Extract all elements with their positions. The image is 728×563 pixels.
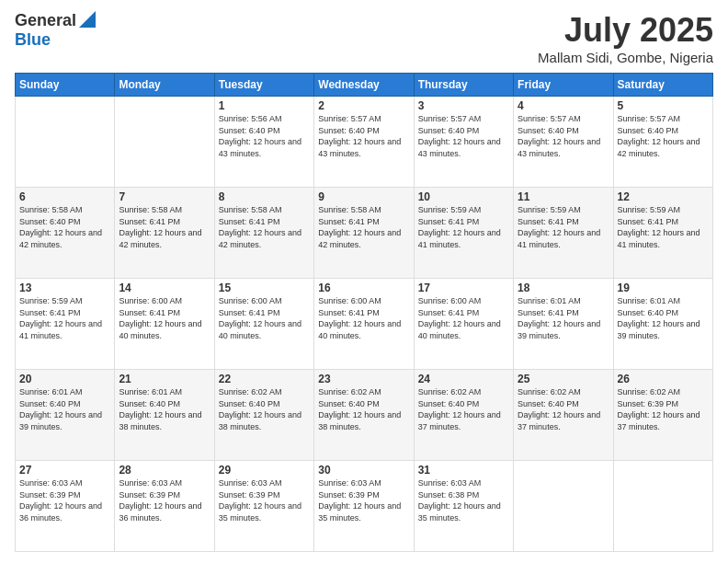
day-info: Sunrise: 5:57 AM Sunset: 6:40 PM Dayligh… <box>418 113 509 159</box>
day-number: 6 <box>19 190 110 203</box>
day-info: Sunrise: 6:03 AM Sunset: 6:38 PM Dayligh… <box>418 477 509 523</box>
calendar-week-row: 1Sunrise: 5:56 AM Sunset: 6:40 PM Daylig… <box>16 97 713 188</box>
day-info: Sunrise: 6:03 AM Sunset: 6:39 PM Dayligh… <box>318 477 409 523</box>
calendar-week-row: 20Sunrise: 6:01 AM Sunset: 6:40 PM Dayli… <box>16 370 713 461</box>
calendar-day-cell: 12Sunrise: 5:59 AM Sunset: 6:41 PM Dayli… <box>613 188 712 279</box>
day-number: 13 <box>19 282 110 294</box>
calendar-day-cell: 15Sunrise: 6:00 AM Sunset: 6:41 PM Dayli… <box>214 279 313 370</box>
calendar-day-cell: 4Sunrise: 5:57 AM Sunset: 6:40 PM Daylig… <box>514 97 613 188</box>
calendar-day-cell <box>613 461 712 552</box>
day-info: Sunrise: 5:57 AM Sunset: 6:40 PM Dayligh… <box>618 113 709 159</box>
day-number: 2 <box>318 99 409 112</box>
calendar-day-cell: 27Sunrise: 6:03 AM Sunset: 6:39 PM Dayli… <box>16 461 115 552</box>
calendar-day-cell: 31Sunrise: 6:03 AM Sunset: 6:38 PM Dayli… <box>414 461 513 552</box>
calendar-day-cell: 8Sunrise: 5:58 AM Sunset: 6:41 PM Daylig… <box>214 188 313 279</box>
day-number: 15 <box>219 282 310 294</box>
calendar-day-cell: 29Sunrise: 6:03 AM Sunset: 6:39 PM Dayli… <box>214 461 313 552</box>
day-info: Sunrise: 5:59 AM Sunset: 6:41 PM Dayligh… <box>418 204 509 250</box>
calendar-day-cell: 25Sunrise: 6:02 AM Sunset: 6:40 PM Dayli… <box>514 370 613 461</box>
day-number: 12 <box>618 190 709 203</box>
day-number: 11 <box>518 190 609 203</box>
day-info: Sunrise: 6:01 AM Sunset: 6:40 PM Dayligh… <box>19 386 110 432</box>
day-number: 10 <box>418 190 509 203</box>
day-info: Sunrise: 5:58 AM Sunset: 6:41 PM Dayligh… <box>219 204 310 250</box>
day-number: 29 <box>219 464 310 477</box>
calendar-day-cell: 24Sunrise: 6:02 AM Sunset: 6:40 PM Dayli… <box>414 370 513 461</box>
day-info: Sunrise: 6:02 AM Sunset: 6:40 PM Dayligh… <box>318 386 409 432</box>
day-number: 1 <box>219 99 310 112</box>
calendar-week-row: 6Sunrise: 5:58 AM Sunset: 6:40 PM Daylig… <box>16 188 713 279</box>
day-number: 26 <box>618 373 709 385</box>
calendar-day-cell <box>16 97 115 188</box>
day-info: Sunrise: 5:58 AM Sunset: 6:40 PM Dayligh… <box>19 204 110 250</box>
day-number: 8 <box>219 190 310 203</box>
calendar-day-cell: 21Sunrise: 6:01 AM Sunset: 6:40 PM Dayli… <box>115 370 214 461</box>
day-number: 24 <box>418 373 509 385</box>
calendar-day-header: Monday <box>115 74 214 97</box>
calendar-day-header: Saturday <box>613 74 712 97</box>
page: General Blue July 2025 Mallam Sidi, Gomb… <box>0 0 728 563</box>
calendar-day-cell: 23Sunrise: 6:02 AM Sunset: 6:40 PM Dayli… <box>314 370 414 461</box>
calendar-day-cell: 11Sunrise: 5:59 AM Sunset: 6:41 PM Dayli… <box>514 188 613 279</box>
calendar-table: SundayMondayTuesdayWednesdayThursdayFrid… <box>15 73 713 552</box>
calendar-day-cell: 20Sunrise: 6:01 AM Sunset: 6:40 PM Dayli… <box>16 370 115 461</box>
calendar-day-cell: 19Sunrise: 6:01 AM Sunset: 6:40 PM Dayli… <box>613 279 712 370</box>
calendar-day-header: Thursday <box>414 74 513 97</box>
calendar-day-cell: 30Sunrise: 6:03 AM Sunset: 6:39 PM Dayli… <box>314 461 414 552</box>
day-number: 3 <box>418 99 509 112</box>
day-number: 20 <box>19 373 110 385</box>
day-info: Sunrise: 6:00 AM Sunset: 6:41 PM Dayligh… <box>219 295 310 341</box>
day-number: 30 <box>318 464 409 477</box>
title-block: July 2025 Mallam Sidi, Gombe, Nigeria <box>538 11 713 65</box>
day-number: 4 <box>518 99 609 112</box>
calendar-day-cell: 18Sunrise: 6:01 AM Sunset: 6:41 PM Dayli… <box>514 279 613 370</box>
day-info: Sunrise: 6:01 AM Sunset: 6:40 PM Dayligh… <box>618 295 709 341</box>
calendar-day-cell <box>514 461 613 552</box>
day-info: Sunrise: 6:01 AM Sunset: 6:40 PM Dayligh… <box>119 386 210 432</box>
day-info: Sunrise: 6:00 AM Sunset: 6:41 PM Dayligh… <box>418 295 509 341</box>
day-number: 21 <box>119 373 210 385</box>
day-info: Sunrise: 5:58 AM Sunset: 6:41 PM Dayligh… <box>119 204 210 250</box>
calendar-day-header: Sunday <box>16 74 115 97</box>
day-number: 14 <box>119 282 210 294</box>
calendar-day-cell: 26Sunrise: 6:02 AM Sunset: 6:39 PM Dayli… <box>613 370 712 461</box>
day-info: Sunrise: 6:02 AM Sunset: 6:40 PM Dayligh… <box>219 386 310 432</box>
subtitle: Mallam Sidi, Gombe, Nigeria <box>538 50 713 65</box>
day-info: Sunrise: 5:56 AM Sunset: 6:40 PM Dayligh… <box>219 113 310 159</box>
calendar-day-cell: 14Sunrise: 6:00 AM Sunset: 6:41 PM Dayli… <box>115 279 214 370</box>
header: General Blue July 2025 Mallam Sidi, Gomb… <box>15 11 713 65</box>
day-info: Sunrise: 6:02 AM Sunset: 6:39 PM Dayligh… <box>618 386 709 432</box>
calendar-day-header: Tuesday <box>214 74 313 97</box>
calendar-day-cell: 28Sunrise: 6:03 AM Sunset: 6:39 PM Dayli… <box>115 461 214 552</box>
calendar-day-cell: 22Sunrise: 6:02 AM Sunset: 6:40 PM Dayli… <box>214 370 313 461</box>
calendar-day-header: Friday <box>514 74 613 97</box>
day-number: 7 <box>119 190 210 203</box>
day-info: Sunrise: 6:02 AM Sunset: 6:40 PM Dayligh… <box>418 386 509 432</box>
day-info: Sunrise: 5:57 AM Sunset: 6:40 PM Dayligh… <box>518 113 609 159</box>
day-info: Sunrise: 5:57 AM Sunset: 6:40 PM Dayligh… <box>318 113 409 159</box>
calendar-day-cell: 2Sunrise: 5:57 AM Sunset: 6:40 PM Daylig… <box>314 97 414 188</box>
calendar-day-cell: 10Sunrise: 5:59 AM Sunset: 6:41 PM Dayli… <box>414 188 513 279</box>
day-number: 18 <box>518 282 609 294</box>
day-number: 28 <box>119 464 210 477</box>
day-info: Sunrise: 6:01 AM Sunset: 6:41 PM Dayligh… <box>518 295 609 341</box>
logo-triangle-icon <box>79 11 96 28</box>
day-info: Sunrise: 6:03 AM Sunset: 6:39 PM Dayligh… <box>219 477 310 523</box>
calendar-week-row: 13Sunrise: 5:59 AM Sunset: 6:41 PM Dayli… <box>16 279 713 370</box>
calendar-day-header: Wednesday <box>314 74 414 97</box>
main-title: July 2025 <box>538 11 713 50</box>
day-info: Sunrise: 5:59 AM Sunset: 6:41 PM Dayligh… <box>19 295 110 341</box>
svg-marker-0 <box>79 11 96 28</box>
day-number: 9 <box>318 190 409 203</box>
day-info: Sunrise: 5:59 AM Sunset: 6:41 PM Dayligh… <box>518 204 609 250</box>
calendar-day-cell: 9Sunrise: 5:58 AM Sunset: 6:41 PM Daylig… <box>314 188 414 279</box>
calendar-week-row: 27Sunrise: 6:03 AM Sunset: 6:39 PM Dayli… <box>16 461 713 552</box>
calendar-header-row: SundayMondayTuesdayWednesdayThursdayFrid… <box>16 74 713 97</box>
day-number: 25 <box>518 373 609 385</box>
day-number: 5 <box>618 99 709 112</box>
day-number: 17 <box>418 282 509 294</box>
calendar-day-cell: 7Sunrise: 5:58 AM Sunset: 6:41 PM Daylig… <box>115 188 214 279</box>
day-number: 27 <box>19 464 110 477</box>
calendar-day-cell: 13Sunrise: 5:59 AM Sunset: 6:41 PM Dayli… <box>16 279 115 370</box>
day-info: Sunrise: 5:58 AM Sunset: 6:41 PM Dayligh… <box>318 204 409 250</box>
